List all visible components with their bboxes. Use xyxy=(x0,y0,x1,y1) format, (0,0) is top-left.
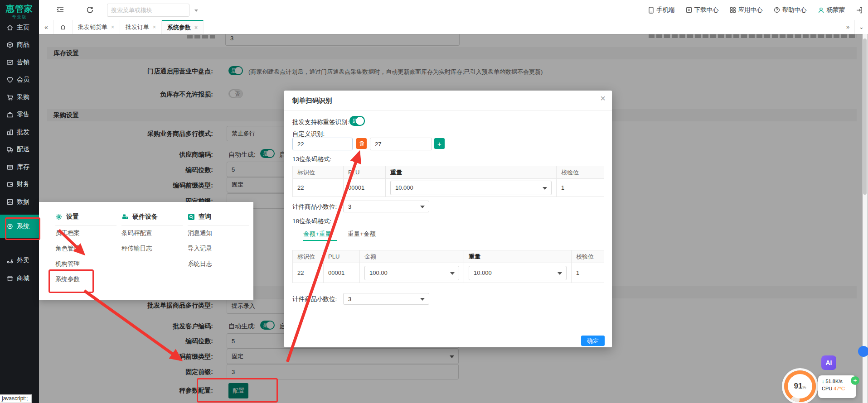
menu-column-header: 查询 xyxy=(188,213,211,221)
menu-item-import-records[interactable]: 导入记录 xyxy=(188,245,212,253)
refresh-icon[interactable] xyxy=(86,6,94,15)
truck-icon xyxy=(6,146,14,153)
ai-assistant-button[interactable]: AI xyxy=(821,355,836,370)
sidebar-item-wholesale[interactable]: 批发 xyxy=(0,125,39,139)
sidebar-item-data[interactable]: 数据 xyxy=(0,195,39,209)
close-icon[interactable]: × xyxy=(600,93,606,104)
trash-icon xyxy=(359,141,364,147)
tab-wholesale-sales[interactable]: 批发销货单× xyxy=(73,20,120,34)
link-label: 下载中心 xyxy=(694,6,719,14)
cpu-label: CPU xyxy=(822,386,832,391)
custom-code-input-2[interactable]: 27 xyxy=(370,138,432,150)
sidebar-item-members[interactable]: 会员 xyxy=(0,73,39,86)
user-menu[interactable]: 杨蒙蒙 xyxy=(818,6,845,14)
column-header: 标识位 xyxy=(293,250,324,263)
menu-item-employee-files[interactable]: 员工档案 xyxy=(55,229,80,237)
custom-code-input-1[interactable]: 22 xyxy=(292,138,353,150)
heart-badge-icon xyxy=(6,76,14,83)
sidebar-item-retail[interactable]: 零售 xyxy=(0,108,39,121)
piece-decimal-select[interactable]: 3 xyxy=(343,201,429,212)
confirm-button[interactable]: 确定 xyxy=(581,336,605,346)
amount-format-select[interactable]: 100.00 xyxy=(364,266,459,280)
logout-icon xyxy=(856,7,863,14)
tab-system-params[interactable]: 系统参数× xyxy=(162,20,204,34)
sidebar-item-purchase[interactable]: 采购 xyxy=(0,91,39,104)
delete-row-button[interactable] xyxy=(356,138,367,149)
sidebar-item-mall[interactable]: 商城 xyxy=(0,272,39,285)
menu-item-barcode-scale-config[interactable]: 条码秤配置 xyxy=(121,229,152,237)
network-monitor-widget[interactable]: ↓51.8K/s CPU 47°C xyxy=(818,375,856,398)
sidebar-item-system[interactable]: 系统 xyxy=(0,220,39,233)
sidebar-item-goods[interactable]: 商品 xyxy=(0,38,39,52)
modal-title: 制单扫码识别 xyxy=(292,96,332,105)
gauge-number: 91 xyxy=(794,382,803,391)
collapse-sidebar-icon[interactable] xyxy=(56,6,64,15)
tabs-scroll-left[interactable]: « xyxy=(39,20,54,34)
table-cell: 1 xyxy=(572,263,604,283)
gear-icon xyxy=(55,213,63,221)
fmt18-label: 18位条码格式: xyxy=(292,217,331,225)
add-row-button[interactable]: + xyxy=(434,138,445,149)
sidebar-item-finance[interactable]: 财务 xyxy=(0,178,39,191)
active-tab-underline xyxy=(303,240,337,241)
sidebar-item-label: 数据 xyxy=(17,198,29,206)
close-icon[interactable]: × xyxy=(153,24,156,30)
link-help-center[interactable]: 帮助中心 xyxy=(774,6,807,14)
barcode-recognition-modal: 制单扫码识别 × 批发支持称重签识别: 是 自定义识别: 22 27 + 13位… xyxy=(284,91,612,347)
column-header: 重量 xyxy=(386,166,557,179)
cpu-temperature: 47°C xyxy=(834,386,845,391)
sidebar-item-inventory[interactable]: 库存 xyxy=(0,160,39,174)
tabs-menu-toggle[interactable]: ⌄ xyxy=(854,20,868,34)
menu-column-title: 硬件设备 xyxy=(132,213,158,221)
link-app-center[interactable]: 应用中心 xyxy=(730,6,763,14)
weight-format-select[interactable]: 10.000 xyxy=(390,181,552,195)
download-arrow-icon: ↓ xyxy=(822,379,824,384)
column-header: 重量 xyxy=(464,250,572,263)
battery-gauge-widget[interactable]: 91% xyxy=(784,370,816,402)
table-cell: 00001 xyxy=(344,179,386,197)
weight-format-select[interactable]: 10.000 xyxy=(469,266,567,280)
tab-wholesale-orders[interactable]: 批发订单× xyxy=(120,20,162,34)
chevron-down-icon[interactable] xyxy=(194,10,198,14)
sidebar-item-label: 会员 xyxy=(17,76,29,84)
search-icon xyxy=(188,213,195,221)
column-header: 校验位 xyxy=(557,166,604,179)
system-menu-popup: 设置 员工档案 角色管理 机构管理 系统参数 硬件设备 条码秤配置 秤传输日志 … xyxy=(39,202,253,300)
column-header: PLU xyxy=(324,250,360,263)
menu-item-scale-transfer-log[interactable]: 秤传输日志 xyxy=(121,245,152,253)
weigh-recognition-label: 批发支持称重签识别: xyxy=(292,118,349,126)
tabbar-right-controls: » ⌄ xyxy=(841,20,868,34)
weigh-recognition-toggle[interactable]: 是 xyxy=(349,116,365,126)
floating-blue-button[interactable] xyxy=(858,346,868,357)
tab-weight-amount[interactable]: 重量+金额 xyxy=(348,230,376,238)
piece-decimal2-select[interactable]: 3 xyxy=(343,293,429,305)
scrollbar-thumb[interactable] xyxy=(863,38,867,195)
menu-item-role-management[interactable]: 角色管理 xyxy=(55,245,80,253)
sidebar-item-marketing[interactable]: 营销 xyxy=(0,56,39,69)
close-icon[interactable]: × xyxy=(111,24,114,30)
menu-item-system-params[interactable]: 系统参数 xyxy=(55,275,80,283)
link-download-center[interactable]: 下载中心 xyxy=(686,6,719,14)
tab-home[interactable] xyxy=(54,20,73,34)
link-mobile[interactable]: 手机端 xyxy=(648,6,675,14)
tabs-scroll-right[interactable]: » xyxy=(841,20,854,34)
menu-item-org-management[interactable]: 机构管理 xyxy=(55,260,80,268)
table-cell: 1 xyxy=(557,179,604,197)
menu-item-message-notify[interactable]: 消息通知 xyxy=(188,229,212,237)
home-icon xyxy=(6,24,14,31)
logout-button[interactable] xyxy=(856,7,863,14)
search-input[interactable] xyxy=(107,7,194,14)
tab-amount-weight[interactable]: 金额+重量 xyxy=(303,230,331,238)
custom-recognition-label: 自定义识别: xyxy=(292,130,325,138)
building-chart-icon xyxy=(6,129,14,136)
add-widget-button[interactable]: + xyxy=(851,376,859,385)
menu-item-system-log[interactable]: 系统日志 xyxy=(188,260,212,268)
close-icon[interactable]: × xyxy=(194,24,198,31)
sidebar-item-takeout[interactable]: 外卖 xyxy=(0,254,39,267)
wallet-icon xyxy=(6,181,14,188)
menu-column-header: 设置 xyxy=(55,213,79,221)
sidebar-item-home[interactable]: 主页 xyxy=(0,21,39,34)
sidebar-item-system-active: 系统 xyxy=(0,215,39,238)
link-label: 帮助中心 xyxy=(782,6,807,14)
sidebar-item-delivery[interactable]: 配送 xyxy=(0,143,39,156)
